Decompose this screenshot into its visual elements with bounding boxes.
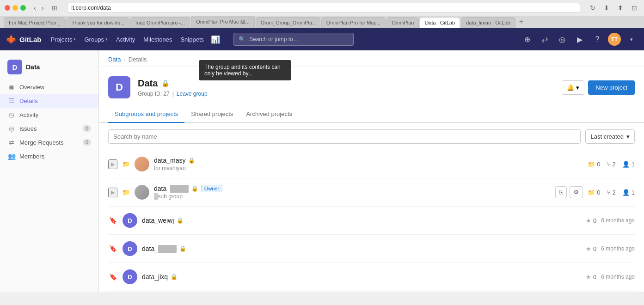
sidebar: D Data ◉ Overview ☰ Details ◷ Activity ◎… bbox=[0, 50, 99, 292]
stars-stat-weiwj: ★ 0 bbox=[586, 217, 596, 224]
avatar-data-jixq: D bbox=[123, 269, 137, 284]
tab-archived-projects[interactable]: Archived projects bbox=[239, 106, 299, 123]
info-data-hidden: data_████ 🔒 Owner █sub group bbox=[154, 185, 551, 200]
tab-shared-projects[interactable]: Shared projects bbox=[184, 106, 239, 123]
bookmark-button-weiwj[interactable]: 🔖 bbox=[108, 216, 118, 225]
app-header: GitLab Projects ▾ Groups ▾ Activity Mile… bbox=[0, 28, 644, 50]
bookmark-button-jixq[interactable]: 🔖 bbox=[108, 272, 118, 281]
browser-tab-6[interactable]: OmniPlan bbox=[386, 17, 419, 28]
name-row-data-hidden: data_████ 🔒 Owner bbox=[154, 185, 551, 192]
project-name-data-hidden2[interactable]: data_████ bbox=[142, 245, 177, 252]
browser-chrome: ‹ › ⊞ ↻ ⬇ ⬆ ⊡ For Mac Project Plan _ Tha… bbox=[0, 0, 644, 28]
download-icon[interactable]: ⬇ bbox=[601, 3, 612, 12]
search-by-name-input[interactable] bbox=[108, 129, 581, 144]
header-nav: Projects ▾ Groups ▾ Activity Milestones … bbox=[47, 32, 223, 46]
sidebar-item-merge-requests[interactable]: ⇄ Merge Requests 0 bbox=[0, 135, 98, 149]
user-menu-chevron[interactable]: ▾ bbox=[625, 32, 638, 46]
forks-stat-hidden: ⑂ 2 bbox=[607, 189, 616, 196]
minimize-traffic-light[interactable] bbox=[12, 5, 18, 11]
breadcrumb-data-link[interactable]: Data bbox=[108, 56, 121, 63]
main-layout: D Data ◉ Overview ☰ Details ◷ Activity ◎… bbox=[0, 50, 644, 292]
browser-tab-5[interactable]: OmniPlan Pro for Mac... bbox=[321, 17, 386, 28]
settings-button-data-hidden[interactable]: ⚙ bbox=[570, 186, 583, 198]
members-count-data-masy: 1 bbox=[632, 161, 635, 168]
expand-button-data-masy[interactable]: ▶ bbox=[108, 159, 117, 169]
name-row-data-masy: data_masy 🔒 bbox=[154, 157, 583, 164]
project-name-data-jixq[interactable]: data_jixq bbox=[142, 273, 168, 281]
info-data-hidden2: data_████ 🔒 bbox=[142, 245, 581, 252]
nav-milestones[interactable]: Milestones bbox=[140, 33, 176, 46]
bookmark-button-hidden2[interactable]: 🔖 bbox=[108, 244, 118, 253]
nav-snippets[interactable]: Snippets bbox=[177, 33, 208, 46]
sidebar-item-details[interactable]: ☰ Details bbox=[0, 94, 98, 108]
tab-label-0: For Mac Project Plan _ bbox=[9, 20, 61, 25]
user-avatar-button[interactable]: TT bbox=[608, 33, 621, 46]
leave-group-link[interactable]: Leave group bbox=[177, 91, 208, 97]
project-name-data-hidden[interactable]: data_████ bbox=[154, 185, 189, 192]
browser-tab-7[interactable]: Data · GitLab bbox=[420, 17, 460, 28]
refresh-button[interactable]: ↻ bbox=[588, 3, 598, 12]
new-tab-add-button[interactable]: + bbox=[516, 16, 526, 28]
url-bar[interactable] bbox=[67, 3, 580, 13]
sidebar-item-members[interactable]: 👥 Members bbox=[0, 149, 98, 163]
stats-data-hidden: 📁 0 ⑂ 2 👤 1 bbox=[588, 189, 635, 196]
files-stat-data-masy: 📁 0 bbox=[588, 161, 600, 168]
group-header: D Data 🔒 Group ID: 27 | Leave group 🔔 ▾ … bbox=[99, 67, 644, 106]
browser-tab-3[interactable]: OmniPlan Pro Mac 破... bbox=[191, 16, 255, 28]
project-name-data-weiwj[interactable]: data_weiwj bbox=[142, 217, 174, 224]
tab-label-2: mac OmniPlan pro -... bbox=[135, 20, 185, 25]
issues-sidebar-icon: ◎ bbox=[7, 125, 16, 132]
tab-subgroups-projects[interactable]: Subgroups and projects bbox=[108, 106, 184, 123]
forward-button[interactable]: › bbox=[39, 3, 46, 12]
browser-tabs: For Mac Project Plan _ Thank you for dow… bbox=[0, 16, 644, 28]
gitlab-logo[interactable]: GitLab bbox=[6, 34, 42, 45]
sidebar-toggle-button[interactable]: ⊞ bbox=[49, 3, 60, 12]
sort-dropdown[interactable]: Last created ▾ bbox=[585, 129, 635, 144]
sidebar-item-label-issues: Issues bbox=[19, 125, 37, 132]
browser-tab-0[interactable]: For Mac Project Plan _ bbox=[4, 17, 66, 28]
new-project-button[interactable]: New project bbox=[588, 80, 635, 95]
star-icon-weiwj: ★ bbox=[586, 217, 591, 224]
browser-tab-4[interactable]: Omni_Group_OmniPla... bbox=[256, 17, 320, 28]
nav-projects[interactable]: Projects ▾ bbox=[47, 33, 80, 46]
sidebar-item-activity[interactable]: ◷ Activity bbox=[0, 108, 98, 122]
nav-snippets-label: Snippets bbox=[180, 36, 204, 43]
nav-groups[interactable]: Groups ▾ bbox=[80, 33, 111, 46]
issues-icon-button[interactable]: ◎ bbox=[555, 32, 569, 46]
pipeline-icon-button[interactable]: ▶ bbox=[573, 32, 587, 46]
browser-tab-1[interactable]: Thank you for downlo... bbox=[67, 17, 129, 28]
breadcrumb: Data › Details bbox=[99, 50, 644, 67]
share-icon[interactable]: ⬆ bbox=[615, 3, 626, 12]
close-traffic-light[interactable] bbox=[5, 5, 10, 11]
nav-activity[interactable]: Activity bbox=[112, 33, 139, 46]
help-icon-button[interactable]: ? bbox=[590, 32, 604, 46]
sidebar-item-overview[interactable]: ◉ Overview bbox=[0, 80, 98, 94]
sidebar-item-issues[interactable]: ◎ Issues 0 bbox=[0, 122, 98, 135]
new-tab-button[interactable]: ⊡ bbox=[629, 3, 639, 12]
files-count-hidden: 0 bbox=[597, 189, 600, 196]
project-name-data-masy[interactable]: data_masy bbox=[154, 157, 185, 164]
star-icon-jixq: ★ bbox=[586, 274, 591, 281]
search-box[interactable]: 🔍 Search or jump to... bbox=[233, 33, 354, 46]
info-data-masy: data_masy 🔒 for mashiyao bbox=[154, 157, 583, 171]
browser-nav-arrows: ‹ › bbox=[31, 3, 46, 12]
merge-request-icon-button[interactable]: ⇄ bbox=[538, 32, 552, 46]
notification-button[interactable]: 🔔 ▾ bbox=[562, 80, 584, 95]
browser-tab-8[interactable]: data_limao · GitLab bbox=[461, 17, 515, 28]
lock-icon-data-hidden2: 🔒 bbox=[179, 245, 186, 252]
tab-label-4: Omni_Group_OmniPla... bbox=[261, 20, 316, 25]
fullscreen-traffic-light[interactable] bbox=[20, 5, 26, 11]
project-time-weiwj: 6 months ago bbox=[601, 217, 635, 224]
project-time-jixq: 6 months ago bbox=[601, 274, 635, 280]
copy-button-data-hidden[interactable]: ⎘ bbox=[555, 186, 567, 198]
back-button[interactable]: ‹ bbox=[31, 3, 38, 12]
name-row-data-hidden2: data_████ 🔒 bbox=[142, 245, 581, 252]
chart-icon-button[interactable]: 📊 bbox=[209, 32, 222, 46]
project-row: ▶ 📁 data_masy 🔒 for mashiyao 📁 0 bbox=[108, 150, 635, 178]
overview-icon: ◉ bbox=[7, 83, 16, 91]
plus-icon-button[interactable]: ⊕ bbox=[520, 32, 534, 46]
sidebar-item-label-members: Members bbox=[19, 153, 44, 160]
files-stat-hidden: 📁 0 bbox=[588, 189, 600, 196]
browser-tab-2[interactable]: mac OmniPlan pro -... bbox=[130, 17, 190, 28]
expand-button-data-hidden[interactable]: ▶ bbox=[108, 188, 117, 197]
